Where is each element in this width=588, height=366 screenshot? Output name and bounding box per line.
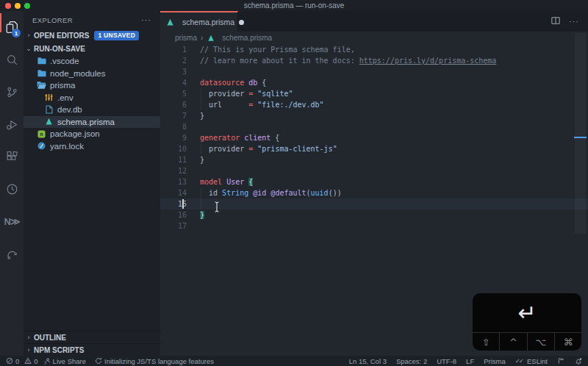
line-number: 9	[160, 132, 187, 143]
status-language-status[interactable]: Initializing JS/TS language features	[95, 357, 214, 365]
file-row-schema-prisma[interactable]: schema.prisma	[24, 116, 160, 129]
file-row-yarn-lock[interactable]: yarn.lock	[24, 140, 160, 153]
line-number: 13	[160, 176, 187, 187]
keystroke-overlay: ↵ ⇧^⌥⌘	[473, 293, 581, 351]
status-cursor-position[interactable]: Ln 15, Col 3	[349, 357, 387, 365]
svg-text:n: n	[40, 132, 43, 137]
line-text: }	[187, 209, 204, 220]
file-label: .env	[57, 93, 74, 102]
activity-item-run-debug[interactable]	[0, 108, 24, 140]
line-number: 8	[160, 121, 187, 132]
code-line-1[interactable]: 1// This is your Prisma schema file,	[160, 44, 588, 55]
more-actions-icon[interactable]: ···	[141, 15, 151, 24]
status-warning-icon[interactable]: 0	[24, 357, 37, 365]
code-line-6[interactable]: 6 url = "file:./dev.db"	[160, 99, 588, 110]
tab-schema-prisma[interactable]: schema.prisma	[160, 11, 238, 32]
file-label: schema.prisma	[57, 118, 115, 126]
status-label: Ln 15, Col 3	[349, 357, 387, 365]
tab-bar: schema.prisma ···	[160, 11, 588, 32]
section-outline[interactable]: ›OUTLINE	[24, 331, 160, 343]
line-number: 7	[160, 110, 187, 121]
status-feedback[interactable]	[557, 357, 565, 365]
status-label: ESLint	[527, 357, 548, 365]
sidebar-title: EXPLORER	[32, 16, 73, 24]
workspace-root-row[interactable]: ⌄ RUN-ON-SAVE	[24, 42, 160, 55]
code-line-10[interactable]: 10 provider = "prisma-client-js"	[160, 143, 588, 154]
file-row--env[interactable]: .env	[24, 92, 160, 104]
code-line-12[interactable]: 12	[160, 165, 588, 176]
breadcrumb[interactable]: prisma › schema.prisma	[160, 32, 588, 44]
file-row--vscode[interactable]: .vscode	[24, 55, 160, 68]
status-error-icon[interactable]: 0	[6, 357, 19, 365]
status-indentation[interactable]: Spaces: 2	[396, 357, 427, 365]
code-line-3[interactable]: 3	[160, 66, 588, 77]
scrollbar[interactable]	[575, 33, 586, 234]
activity-item-search[interactable]	[0, 43, 24, 76]
modified-dot-icon	[239, 20, 244, 25]
breadcrumb-folder[interactable]: prisma	[175, 34, 197, 42]
status-bar: 00Live ShareInitializing JS/TS language …	[0, 356, 588, 366]
breadcrumb-file[interactable]: schema.prisma	[222, 34, 272, 42]
file-label: prisma	[50, 81, 76, 90]
sync-icon	[95, 357, 102, 365]
code-line-11[interactable]: 11}	[160, 154, 588, 165]
file-row-prisma[interactable]: prisma	[24, 79, 160, 92]
open-editors-section[interactable]: › OPEN EDITORS 1 UNSAVED	[24, 29, 160, 42]
code-line-16[interactable]: 16}	[160, 209, 588, 220]
activity-item-explorer[interactable]: 1	[0, 11, 24, 43]
modifier-key-icon: ^	[499, 333, 526, 351]
code-line-8[interactable]: 8	[160, 121, 588, 132]
indent-guide	[201, 88, 201, 110]
file-label: .vscode	[50, 57, 79, 65]
file-row-package-json[interactable]: npackage.json	[24, 128, 160, 140]
activity-item-clock-extension[interactable]	[0, 173, 24, 205]
file-icon	[44, 105, 54, 115]
code-line-15[interactable]: 15	[160, 198, 588, 209]
code-line-13[interactable]: 13model User {	[160, 176, 588, 187]
code-line-5[interactable]: 5 provider = "sqlite"	[160, 88, 588, 99]
status-eslint[interactable]: ✓✓ESLint	[515, 357, 548, 365]
activity-badge: 1	[12, 29, 21, 37]
code-line-17[interactable]: 17	[160, 220, 588, 232]
file-row-node-modules[interactable]: node_modules	[24, 68, 160, 80]
section-npm-scripts[interactable]: ›NPM SCRIPTS	[24, 343, 160, 356]
swirl-icon	[6, 248, 18, 260]
activity-item-swirl-extension[interactable]	[0, 237, 24, 270]
code-area[interactable]: 1// This is your Prisma schema file,2// …	[160, 44, 588, 232]
title-bar: schema.prisma — run-on-save	[0, 0, 588, 11]
line-number: 11	[160, 154, 187, 165]
line-text	[187, 165, 200, 176]
status-label: 0	[15, 357, 19, 365]
code-line-7[interactable]: 7}	[160, 110, 588, 121]
status-language-mode[interactable]: Prisma	[484, 357, 506, 365]
more-actions-icon[interactable]: ···	[569, 17, 579, 26]
line-text: // This is your Prisma schema file,	[187, 44, 355, 55]
section-label: OUTLINE	[34, 334, 66, 342]
line-number: 5	[160, 88, 187, 99]
status-eol[interactable]: LF	[466, 357, 474, 365]
code-line-4[interactable]: 4datasource db {	[160, 77, 588, 88]
window-title: schema.prisma — run-on-save	[0, 1, 588, 10]
code-line-2[interactable]: 2// learn more about it in the docs: htt…	[160, 55, 588, 66]
line-number: 14	[160, 187, 187, 198]
activity-item-extensions[interactable]	[0, 140, 24, 173]
status-encoding[interactable]: UTF-8	[437, 357, 456, 365]
file-row-dev-db[interactable]: dev.db	[24, 104, 160, 116]
file-label: node_modules	[50, 69, 105, 78]
activity-item-letter-n-extension[interactable]: N≫	[0, 205, 24, 237]
status-label: Spaces: 2	[396, 357, 427, 365]
status-notifications[interactable]	[575, 357, 582, 365]
line-text: provider = "sqlite"	[187, 88, 293, 99]
code-line-14[interactable]: 14 id String @id @default(uuid())	[160, 187, 588, 198]
env-icon	[44, 93, 54, 102]
status-label: Live Share	[53, 357, 86, 365]
activity-item-source-control[interactable]	[0, 76, 24, 108]
code-line-9[interactable]: 9generator client {	[160, 132, 588, 143]
prisma-icon	[44, 117, 54, 126]
line-text: model User {	[187, 176, 253, 187]
file-label: dev.db	[57, 105, 82, 114]
line-number: 1	[160, 44, 187, 55]
status-live-share[interactable]: Live Share	[43, 357, 86, 365]
vscode-window: schema.prisma — run-on-save 1N≫ EXPLORER…	[0, 0, 588, 366]
split-editor-icon[interactable]	[551, 15, 560, 28]
